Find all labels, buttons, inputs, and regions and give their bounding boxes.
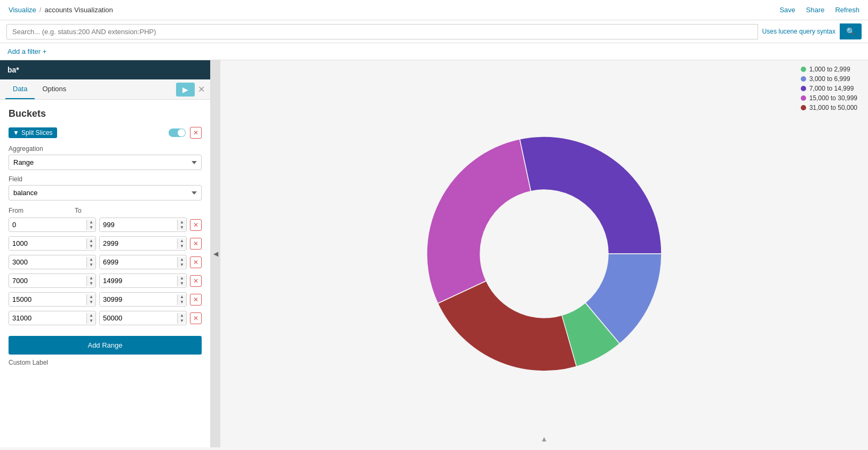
legend-dot [801,95,806,101]
from-up-spinner[interactable]: ▲ [87,238,95,244]
refresh-button[interactable]: Refresh [835,6,859,14]
tab-options[interactable]: Options [35,79,74,99]
from-up-spinner[interactable]: ▲ [87,294,95,300]
to-input[interactable] [100,311,177,325]
to-spinners: ▲ ▼ [177,276,186,286]
remove-range-button[interactable]: ✕ [190,294,202,306]
legend-label: 1,000 to 2,999 [809,66,850,73]
aggregation-label: Aggregation [9,145,202,152]
from-input[interactable] [9,237,86,250]
remove-range-button[interactable]: ✕ [190,275,202,287]
from-input[interactable] [9,255,86,269]
play-button[interactable]: ▶ [176,83,195,97]
toggle-switch[interactable] [169,128,186,137]
buckets-title: Buckets [9,108,202,119]
to-spinners: ▲ ▼ [177,294,186,305]
share-button[interactable]: Share [806,6,825,14]
from-up-spinner[interactable]: ▲ [87,220,95,225]
sidebar: ba* Data Options ▶ ✕ Buckets ▼ Split Sli… [0,60,211,447]
range-header: From To [9,207,202,214]
to-up-spinner[interactable]: ▲ [178,257,186,262]
from-down-spinner[interactable]: ▼ [87,300,95,305]
to-input[interactable] [100,293,177,306]
chart-segment[interactable] [520,136,662,254]
remove-range-button[interactable]: ✕ [190,238,202,250]
add-range-button[interactable]: Add Range [9,336,202,355]
bucket-header: ▼ Split Slices ✕ [9,127,202,139]
from-input[interactable] [9,274,86,287]
legend-item: 3,000 to 6,999 [801,75,857,83]
legend-dot [801,105,806,110]
from-spinners: ▲ ▼ [86,257,95,268]
from-up-spinner[interactable]: ▲ [87,276,95,281]
from-down-spinner[interactable]: ▼ [87,262,95,268]
legend-item: 31,000 to 50,000 [801,104,857,111]
from-label: From [9,207,69,214]
to-up-spinner[interactable]: ▲ [178,220,186,225]
to-down-spinner[interactable]: ▼ [178,281,186,286]
close-sidebar-button[interactable]: ✕ [198,84,205,94]
top-bar: Visualize / accounts Visualization Save … [0,0,868,20]
collapse-handle[interactable]: ◀ [211,60,220,447]
legend-label: 15,000 to 30,999 [809,94,857,102]
add-filter-button[interactable]: Add a filter + [7,47,46,55]
to-spinners: ▲ ▼ [177,313,186,324]
field-select[interactable]: balance age account_number [9,185,202,200]
tab-data[interactable]: Data [5,79,35,99]
remove-range-button[interactable]: ✕ [190,219,202,231]
to-input[interactable] [100,218,177,231]
from-input[interactable] [9,311,86,325]
to-up-spinner[interactable]: ▲ [178,238,186,244]
legend-item: 1,000 to 2,999 [801,66,857,73]
from-up-spinner[interactable]: ▲ [87,313,95,318]
to-down-spinner[interactable]: ▼ [178,244,186,249]
lucene-syntax-link[interactable]: Uses lucene query syntax [762,28,835,35]
remove-range-button[interactable]: ✕ [190,256,202,268]
from-spinners: ▲ ▼ [86,276,95,286]
from-up-spinner[interactable]: ▲ [87,257,95,262]
from-down-spinner[interactable]: ▼ [87,225,95,230]
visualize-link[interactable]: Visualize [9,6,36,14]
to-input-wrap: ▲ ▼ [99,218,187,232]
scroll-indicator[interactable]: ▲ [540,435,548,443]
from-input[interactable] [9,293,86,306]
split-slices-tag[interactable]: ▼ Split Slices [9,127,57,138]
from-input-wrap: ▲ ▼ [9,218,96,232]
to-down-spinner[interactable]: ▼ [178,300,186,305]
collapse-icon: ◀ [213,250,218,258]
from-down-spinner[interactable]: ▼ [87,281,95,286]
remove-bucket-button[interactable]: ✕ [190,127,202,139]
remove-range-button[interactable]: ✕ [190,312,202,324]
chart-area: 1,000 to 2,999 3,000 to 6,999 7,000 to 1… [220,60,868,447]
to-spinners: ▲ ▼ [177,220,186,230]
to-input-wrap: ▲ ▼ [99,236,187,251]
legend-label: 31,000 to 50,000 [809,104,857,111]
search-input[interactable] [6,24,758,39]
range-row: ▲ ▼ ▲ ▼ ✕ [9,274,202,288]
to-up-spinner[interactable]: ▲ [178,276,186,281]
search-button[interactable]: 🔍 [840,23,862,39]
to-up-spinner[interactable]: ▲ [178,313,186,318]
from-spinners: ▲ ▼ [86,313,95,324]
chart-container: 1,000 to 2,999 3,000 to 6,999 7,000 to 1… [220,60,868,447]
to-down-spinner[interactable]: ▼ [178,318,186,324]
sidebar-tabs: Data Options ▶ ✕ [0,79,210,100]
from-down-spinner[interactable]: ▼ [87,318,95,324]
from-input-wrap: ▲ ▼ [9,311,96,325]
from-down-spinner[interactable]: ▼ [87,244,95,249]
to-input[interactable] [100,237,177,250]
to-up-spinner[interactable]: ▲ [178,294,186,300]
page-title: accounts Visualization [44,6,113,14]
to-down-spinner[interactable]: ▼ [178,262,186,268]
chart-segment[interactable] [427,139,531,303]
to-input[interactable] [100,255,177,269]
save-button[interactable]: Save [779,6,795,14]
to-down-spinner[interactable]: ▼ [178,225,186,230]
sidebar-tab-actions: ▶ ✕ [176,83,205,97]
aggregation-select[interactable]: Range Terms Filters Histogram Date Histo… [9,155,202,170]
to-input[interactable] [100,274,177,287]
search-bar: Uses lucene query syntax 🔍 [0,20,868,43]
sidebar-query-label: ba* [7,66,19,74]
to-input-wrap: ▲ ▼ [99,311,187,325]
from-input[interactable] [9,218,86,231]
